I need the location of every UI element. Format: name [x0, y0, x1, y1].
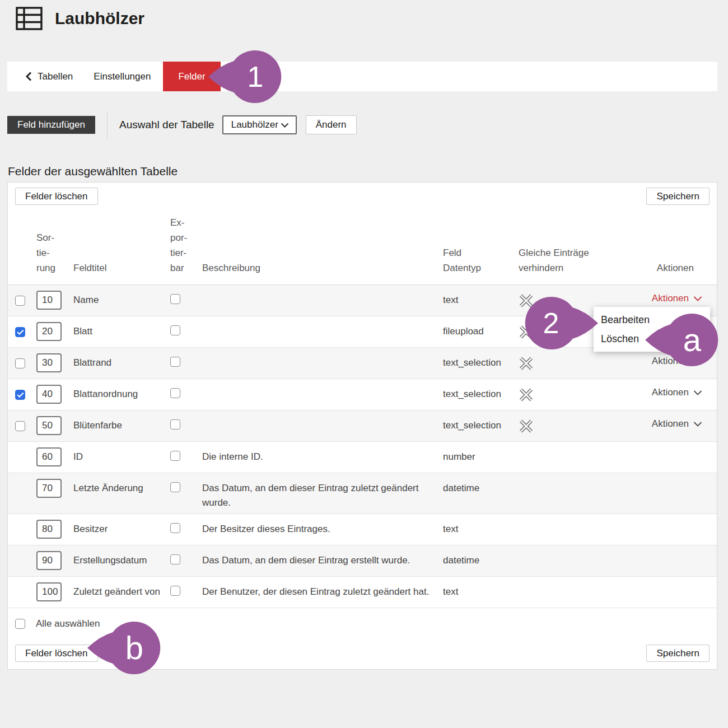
- svg-text:a: a: [683, 321, 702, 358]
- sort-order-input[interactable]: [36, 551, 62, 570]
- app-header: Laubhölzer: [16, 7, 144, 30]
- fields-panel: Felder löschen Speichern Sor- tie- rung …: [7, 182, 717, 670]
- sort-order-input[interactable]: [36, 479, 62, 498]
- sort-order-input[interactable]: [36, 322, 62, 341]
- table-header-row: Sor- tie- rung Feldtitel Ex- por- tier- …: [8, 205, 717, 285]
- chevron-left-icon: [26, 72, 32, 81]
- row-select-checkbox[interactable]: [15, 327, 25, 337]
- unique-slot: [519, 388, 626, 404]
- exportable-checkbox[interactable]: [170, 451, 180, 461]
- field-title: Besitzer: [73, 522, 160, 536]
- prevent-duplicates-icon: [519, 419, 534, 433]
- annotation-balloon-2: 2: [524, 296, 598, 350]
- table-select-label: Auswahl der Tabelle: [119, 119, 214, 131]
- field-title: ID: [73, 450, 160, 464]
- sort-order-input[interactable]: [36, 582, 62, 601]
- field-datatype: text_selection: [443, 387, 519, 402]
- exportable-checkbox[interactable]: [170, 325, 180, 335]
- field-title: Erstellungsdatum: [73, 553, 160, 568]
- change-table-button[interactable]: Ändern: [306, 115, 357, 134]
- add-field-button[interactable]: Feld hinzufügen: [7, 116, 95, 134]
- nav-back-tabellen[interactable]: Tabellen: [26, 71, 73, 82]
- nav-item-einstellungen[interactable]: Einstellungen: [94, 71, 151, 82]
- field-title: Letzte Änderung: [73, 481, 160, 496]
- exportable-checkbox[interactable]: [170, 388, 180, 398]
- sort-order-input[interactable]: [36, 416, 62, 435]
- svg-text:b: b: [125, 629, 143, 666]
- annotation-balloon-a: a: [645, 313, 719, 367]
- table-row: Blattanordnung text_selection Aktionen: [8, 379, 717, 410]
- exportable-checkbox[interactable]: [170, 419, 180, 430]
- field-description: Das Datum, an dem dieser Eintrag erstell…: [202, 553, 433, 568]
- chevron-down-icon: [693, 390, 702, 395]
- col-header-unique: Gleiche Einträge verhindern: [519, 245, 626, 276]
- field-datatype: text: [443, 585, 519, 599]
- select-all-checkbox[interactable]: [15, 619, 25, 629]
- sort-order-input[interactable]: [36, 353, 62, 372]
- sort-order-input[interactable]: [36, 385, 62, 404]
- field-description: Der Besitzer dieses Eintrages.: [202, 522, 433, 536]
- row-select-checkbox[interactable]: [15, 390, 25, 400]
- section-heading: Felder der ausgewählten Tabelle: [8, 165, 178, 178]
- col-header-export: Ex- por- tier- bar: [170, 215, 202, 276]
- svg-text:2: 2: [543, 307, 559, 339]
- exportable-checkbox[interactable]: [170, 294, 180, 304]
- row-select-checkbox[interactable]: [15, 421, 25, 431]
- page-title: Laubhölzer: [55, 9, 144, 28]
- save-button-top[interactable]: Speichern: [646, 188, 710, 205]
- exportable-checkbox[interactable]: [170, 357, 180, 367]
- field-title: Blütenfarbe: [73, 418, 160, 433]
- field-datatype: text: [443, 293, 519, 307]
- field-title: Name: [73, 293, 160, 307]
- prevent-duplicates-icon: [519, 388, 534, 402]
- chevron-down-icon: [281, 123, 289, 128]
- save-button-bottom[interactable]: Speichern: [646, 645, 710, 662]
- sort-order-input[interactable]: [36, 447, 62, 466]
- field-datatype: text_selection: [443, 418, 519, 433]
- unique-slot: [519, 357, 626, 372]
- col-header-datatype: Feld Datentyp: [443, 245, 519, 276]
- annotation-balloon-b: b: [87, 621, 161, 675]
- exportable-checkbox[interactable]: [170, 586, 180, 596]
- row-actions-label: Aktionen: [652, 418, 689, 430]
- exportable-checkbox[interactable]: [170, 554, 180, 564]
- row-actions-link[interactable]: Aktionen: [652, 293, 710, 304]
- field-description: Die interne ID.: [202, 450, 433, 464]
- col-header-actions: Aktionen: [657, 260, 710, 276]
- table-row: Zuletzt geändert von Der Benutzer, der d…: [8, 577, 717, 608]
- row-actions-link[interactable]: Aktionen: [652, 387, 710, 398]
- chevron-down-icon: [693, 422, 702, 427]
- field-title: Zuletzt geändert von: [73, 585, 160, 599]
- table-row: Erstellungsdatum Das Datum, an dem diese…: [8, 545, 717, 577]
- table-row: ID Die interne ID. number: [8, 442, 717, 473]
- col-header-description: Beschreibung: [202, 260, 443, 276]
- field-title: Blattrand: [73, 356, 160, 370]
- col-header-sort: Sor- tie- rung: [36, 230, 73, 276]
- row-select-checkbox[interactable]: [15, 358, 25, 368]
- nav-back-label: Tabellen: [38, 71, 73, 82]
- sort-order-input[interactable]: [36, 520, 62, 539]
- table-select[interactable]: Laubhölzer: [222, 115, 297, 134]
- sort-order-input[interactable]: [36, 291, 62, 310]
- exportable-checkbox[interactable]: [170, 523, 180, 533]
- table-icon: [16, 7, 43, 30]
- annotation-balloon-1: 1: [208, 50, 282, 104]
- delete-fields-button-top[interactable]: Felder löschen: [15, 188, 98, 205]
- field-datatype: datetime: [443, 481, 519, 496]
- table-row: Blattrand text_selection Aktionen: [8, 348, 717, 379]
- col-header-title: Feldtitel: [73, 260, 170, 276]
- navbar: Tabellen Einstellungen Felder: [7, 62, 717, 91]
- table-row: Besitzer Der Besitzer dieses Eintrages. …: [8, 514, 717, 545]
- panel-top-bar: Felder löschen Speichern: [8, 183, 717, 205]
- toolbar-divider: [107, 111, 108, 139]
- field-datatype: number: [443, 450, 519, 464]
- delete-fields-button-bottom[interactable]: Felder löschen: [15, 645, 98, 662]
- toolbar: Feld hinzufügen Auswahl der Tabelle Laub…: [7, 111, 357, 139]
- exportable-checkbox[interactable]: [170, 482, 180, 492]
- table-row: Letzte Änderung Das Datum, an dem dieser…: [8, 473, 717, 514]
- row-select-checkbox[interactable]: [15, 296, 25, 306]
- field-title: Blatt: [73, 324, 160, 339]
- row-actions-link[interactable]: Aktionen: [652, 418, 710, 430]
- field-datatype: text_selection: [443, 356, 519, 370]
- prevent-duplicates-icon: [519, 357, 534, 370]
